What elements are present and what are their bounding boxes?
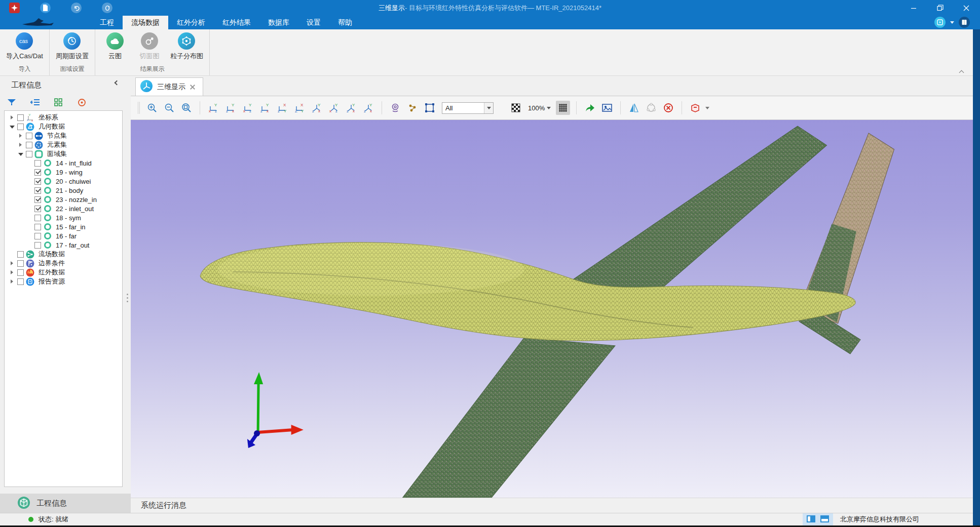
- dropdown-arrow-icon[interactable]: [484, 103, 493, 113]
- tree-checkbox[interactable]: [17, 114, 24, 121]
- help-book-icon[interactable]: [959, 17, 970, 28]
- ribbon-button-cas[interactable]: cas导入Cas/Dat: [6, 32, 43, 63]
- tree-checkbox[interactable]: [34, 178, 41, 185]
- grid-green-icon[interactable]: [53, 97, 64, 108]
- tree-item[interactable]: 红外数据: [5, 268, 122, 277]
- tree-checkbox[interactable]: [34, 215, 41, 221]
- tree-expander-icon[interactable]: [17, 133, 24, 139]
- zoom-fit-icon[interactable]: [179, 101, 194, 115]
- zoom-out-icon[interactable]: [162, 101, 176, 115]
- tree-item[interactable]: Yzx坐标系: [5, 113, 122, 122]
- orbit-icon[interactable]: [644, 101, 658, 115]
- maximize-button[interactable]: [933, 3, 947, 14]
- tab-3d-view[interactable]: 三维显示: [135, 77, 203, 96]
- view-left-icon[interactable]: Yxz: [241, 101, 255, 115]
- mirror-icon[interactable]: [627, 101, 641, 115]
- panel-splitter[interactable]: [126, 294, 129, 309]
- layout-bottom-panel-icon[interactable]: [820, 515, 829, 524]
- redo-icon[interactable]: [102, 3, 112, 13]
- tree-item[interactable]: 元素集: [5, 140, 122, 149]
- menu-item-7[interactable]: 帮助: [329, 16, 361, 29]
- menu-item-2[interactable]: 流场数据: [123, 16, 168, 29]
- tree-checkbox[interactable]: [17, 124, 24, 130]
- view-bottom-icon[interactable]: XZY: [292, 101, 307, 115]
- close-button[interactable]: [960, 3, 973, 14]
- tree-checkbox[interactable]: [34, 242, 41, 249]
- export-icon[interactable]: [583, 101, 597, 115]
- tree-item[interactable]: 节点集: [5, 131, 122, 140]
- media-icon[interactable]: [934, 17, 946, 28]
- zoom-in-icon[interactable]: [145, 101, 159, 115]
- tree-item[interactable]: 22 - inlet_out: [5, 204, 122, 213]
- view-right-icon[interactable]: Yzx: [258, 101, 272, 115]
- tree-checkbox[interactable]: [34, 224, 41, 230]
- viewport-3d[interactable]: [131, 120, 980, 498]
- new-file-icon[interactable]: [40, 3, 51, 13]
- collapse-list-icon[interactable]: [29, 97, 41, 108]
- tree-item[interactable]: 几何数据: [5, 122, 122, 131]
- viewbox-caret-icon[interactable]: [705, 107, 709, 109]
- tree-item[interactable]: 面域集: [5, 149, 122, 158]
- tree-checkbox[interactable]: [34, 169, 41, 176]
- view-iso-3-icon[interactable]: Yzx: [344, 101, 358, 115]
- project-panel-footer[interactable]: 工程信息: [0, 494, 131, 513]
- tree-checkbox[interactable]: [17, 260, 24, 267]
- ribbon-button-period[interactable]: 周期面设置: [56, 32, 89, 63]
- tree-item[interactable]: 17 - far_out: [5, 240, 122, 250]
- tree-checkbox[interactable]: [17, 251, 24, 258]
- tree-item[interactable]: 21 - body: [5, 186, 122, 195]
- tree-item[interactable]: 流场数据: [5, 250, 122, 259]
- tree-item[interactable]: 16 - far: [5, 231, 122, 240]
- tree-expander-icon[interactable]: [9, 114, 15, 121]
- menu-item-1[interactable]: 工程: [91, 16, 123, 29]
- probe-icon[interactable]: [388, 101, 402, 115]
- zoom-level-control[interactable]: 100%: [528, 104, 551, 112]
- tree-checkbox[interactable]: [34, 160, 41, 167]
- view-top-icon[interactable]: XzY: [275, 101, 289, 115]
- particle-select-icon[interactable]: [405, 101, 420, 115]
- tree-item[interactable]: 18 - sym: [5, 213, 122, 222]
- menu-item-6[interactable]: 设置: [298, 16, 329, 29]
- tree-item[interactable]: 报告资源: [5, 277, 122, 286]
- tree-checkbox[interactable]: [26, 142, 32, 148]
- view-front-icon[interactable]: Yxz: [206, 101, 220, 115]
- undo-icon[interactable]: [71, 3, 82, 13]
- minimize-button[interactable]: [907, 3, 920, 14]
- menu-item-5[interactable]: 数据库: [259, 16, 298, 29]
- tree-expander-icon[interactable]: [9, 278, 15, 285]
- view-iso-1-icon[interactable]: Yzx: [310, 101, 324, 115]
- tree-checkbox[interactable]: [17, 269, 24, 276]
- tree-checkbox[interactable]: [34, 233, 41, 239]
- target-icon[interactable]: [76, 97, 87, 108]
- view-iso-4-icon[interactable]: Yzx: [361, 101, 375, 115]
- tree-item[interactable]: 边界条件: [5, 259, 122, 268]
- tree-expander-icon[interactable]: [9, 124, 15, 130]
- tab-close-icon[interactable]: [190, 84, 196, 90]
- texture-icon[interactable]: [509, 101, 523, 115]
- display-filter-dropdown[interactable]: All: [442, 102, 494, 114]
- tree-expander-icon[interactable]: [9, 269, 15, 276]
- view-iso-2-icon[interactable]: Yxz: [327, 101, 341, 115]
- rect-select-icon[interactable]: [423, 101, 437, 115]
- tree-checkbox[interactable]: [17, 278, 24, 285]
- tree-item[interactable]: 23 - nozzle_in: [5, 195, 122, 204]
- grid-icon[interactable]: [556, 101, 570, 115]
- dropdown-caret-icon[interactable]: [950, 21, 954, 24]
- filter-triangle-icon[interactable]: [6, 97, 17, 108]
- toolbar-handle[interactable]: [138, 102, 140, 114]
- tree-item[interactable]: 20 - chuiwei: [5, 177, 122, 186]
- tree-checkbox[interactable]: [34, 196, 41, 203]
- ribbon-collapse-icon[interactable]: [960, 69, 965, 72]
- viewbox-icon[interactable]: [688, 101, 702, 115]
- cancel-icon[interactable]: [661, 101, 675, 115]
- menu-item-4[interactable]: 红外结果: [214, 16, 259, 29]
- tree-item[interactable]: 14 - int_fluid: [5, 158, 122, 168]
- tree-checkbox[interactable]: [26, 133, 32, 139]
- tree-checkbox[interactable]: [34, 187, 41, 194]
- app-icon[interactable]: [9, 3, 20, 13]
- snapshot-icon[interactable]: [600, 101, 614, 115]
- tree-expander-icon[interactable]: [17, 151, 24, 157]
- menu-item-3[interactable]: 红外分析: [168, 16, 214, 29]
- tree-checkbox[interactable]: [26, 151, 32, 157]
- ribbon-button-cloud[interactable]: 云图: [101, 32, 129, 63]
